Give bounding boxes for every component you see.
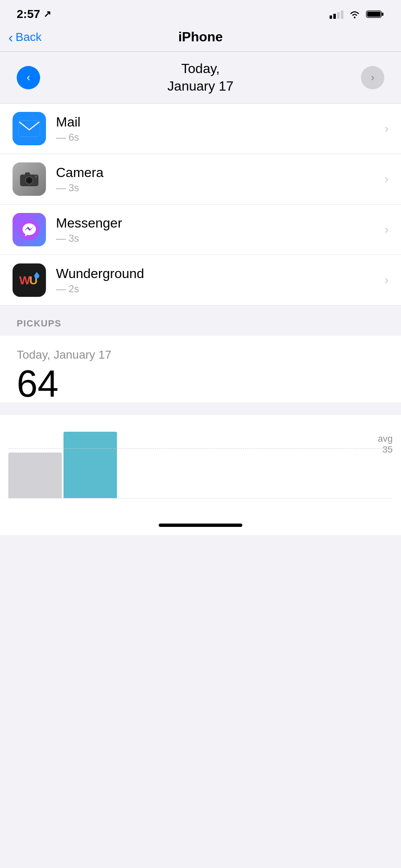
app-icon-wunderground: W U	[13, 263, 46, 297]
wifi-icon	[348, 10, 361, 19]
app-info-camera: Camera — 3s	[56, 165, 385, 194]
app-icon-messenger	[13, 213, 46, 246]
location-icon: ↗	[43, 9, 51, 20]
app-info-messenger: Messenger — 3s	[56, 215, 385, 244]
chart-bar-2	[63, 432, 117, 498]
app-time-mail: — 6s	[56, 132, 385, 143]
app-name-messenger: Messenger	[56, 215, 385, 231]
battery-icon	[366, 10, 384, 19]
row-chevron-messenger: ›	[385, 223, 388, 236]
svg-point-10	[28, 179, 31, 182]
chart-bar-1	[8, 453, 62, 498]
status-bar: 2:57 ↗	[0, 0, 401, 25]
page-title: iPhone	[178, 29, 223, 45]
date-label: Today, January 17	[168, 60, 233, 95]
home-indicator-area	[0, 511, 401, 535]
app-time-messenger: — 3s	[56, 233, 385, 244]
back-chevron-icon: ‹	[8, 30, 13, 44]
svg-rect-11	[25, 172, 30, 175]
app-info-wunderground: Wunderground — 2s	[56, 266, 385, 295]
date-nav: ‹ Today, January 17 ›	[0, 52, 401, 104]
pickups-count: 64	[17, 365, 384, 402]
signal-bar-1	[330, 15, 332, 19]
app-time-wunderground: — 2s	[56, 283, 385, 295]
status-icons	[330, 10, 384, 19]
chart-container: avg 35	[0, 415, 401, 511]
svg-text:W: W	[19, 274, 30, 287]
svg-rect-5	[19, 121, 40, 137]
chart-area: avg 35	[8, 415, 393, 499]
avg-dashed-line	[8, 448, 393, 449]
pickups-date: Today, January 17	[17, 348, 384, 362]
signal-bar-3	[337, 12, 340, 19]
row-chevron-camera: ›	[385, 172, 388, 186]
app-name-mail: Mail	[56, 114, 385, 130]
prev-date-button[interactable]: ‹	[17, 66, 40, 89]
avg-label: avg 35	[378, 433, 393, 455]
app-icon-mail	[13, 112, 46, 145]
app-row-mail[interactable]: Mail — 6s ›	[0, 104, 401, 154]
app-icon-camera	[13, 162, 46, 196]
pickups-content: Today, January 17 64	[0, 336, 401, 402]
row-chevron-wunderground: ›	[385, 273, 388, 287]
app-list: Mail — 6s › Camera	[0, 104, 401, 306]
svg-point-0	[354, 17, 355, 18]
app-row-messenger[interactable]: Messenger — 3s ›	[0, 205, 401, 255]
app-row-camera[interactable]: Camera — 3s ›	[0, 154, 401, 205]
status-time: 2:57 ↗	[17, 8, 51, 21]
pickups-section-header: PICKUPS	[0, 306, 401, 336]
svg-rect-3	[382, 13, 383, 16]
signal-bars-icon	[330, 10, 343, 19]
app-name-wunderground: Wunderground	[56, 266, 385, 281]
signal-bar-2	[333, 14, 336, 19]
svg-rect-2	[367, 12, 381, 17]
back-button[interactable]: ‹ Back	[8, 30, 42, 44]
app-info-mail: Mail — 6s	[56, 114, 385, 143]
signal-bar-4	[341, 10, 343, 19]
app-time-camera: — 3s	[56, 182, 385, 194]
home-bar	[159, 524, 242, 527]
back-label: Back	[15, 30, 41, 44]
svg-point-12	[35, 175, 37, 178]
next-date-button[interactable]: ›	[361, 66, 384, 89]
row-chevron-mail: ›	[385, 122, 388, 135]
nav-bar: ‹ Back iPhone	[0, 25, 401, 52]
app-row-wunderground[interactable]: W U Wunderground — 2s ›	[0, 255, 401, 306]
app-name-camera: Camera	[56, 165, 385, 180]
